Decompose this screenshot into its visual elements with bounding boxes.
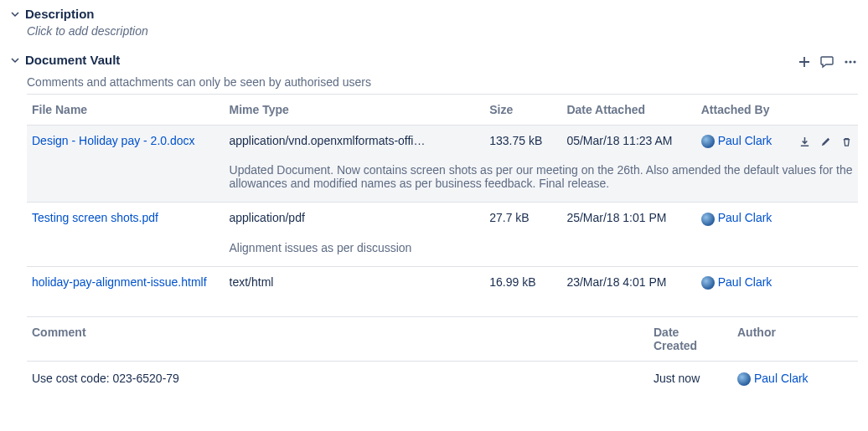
row-note: Updated Document. Now contains screen sh… — [27, 156, 858, 203]
user-link[interactable]: Paul Clark — [754, 372, 809, 385]
avatar — [701, 213, 715, 226]
col-header-size: Size — [484, 95, 561, 126]
document-vault-title: Document Vault — [25, 53, 120, 67]
col-header-date-created: Date Created — [648, 316, 714, 361]
speech-bubble-icon[interactable] — [819, 54, 834, 69]
col-header-user: Attached By — [696, 95, 788, 126]
col-header-comment: Comment — [27, 316, 648, 361]
comment-row: Use cost code: 023-6520-79 Just now Paul… — [27, 361, 858, 396]
svg-point-1 — [849, 60, 851, 63]
size-value: 133.75 kB — [484, 126, 561, 157]
file-link[interactable]: Design - Holiday pay - 2.0.docx — [32, 134, 195, 147]
col-header-file: File Name — [27, 95, 225, 126]
avatar — [701, 135, 715, 148]
description-placeholder[interactable]: Click to add description — [27, 24, 858, 38]
table-row: Testing screen shots.pdf application/pdf… — [27, 203, 858, 234]
size-value: 16.99 kB — [484, 266, 561, 298]
date-value: 25/Mar/18 1:01 PM — [561, 203, 695, 234]
date-value: 23/Mar/18 4:01 PM — [561, 266, 695, 298]
comment-date: Just now — [648, 361, 714, 396]
svg-point-0 — [845, 60, 847, 63]
col-header-author: Author — [732, 316, 858, 361]
authorisation-note: Comments and attachments can only be see… — [27, 75, 858, 89]
table-header: File Name Mime Type Size Date Attached A… — [27, 95, 858, 126]
file-link[interactable]: holiday-pay-alignment-issue.htmlf — [32, 275, 207, 289]
attachments-table: File Name Mime Type Size Date Attached A… — [27, 94, 858, 298]
col-header-date: Date Attached — [561, 95, 695, 126]
trash-icon[interactable] — [840, 136, 853, 148]
comments-header: Comment Date Created Author — [27, 316, 858, 361]
mime-value: application/vnd.openxmlformats-offi… — [225, 126, 485, 157]
mime-value: application/pdf — [225, 203, 485, 234]
table-row: holiday-pay-alignment-issue.htmlf text/h… — [27, 266, 858, 298]
size-value: 27.7 kB — [484, 203, 561, 234]
comments-table: Comment Date Created Author Use cost cod… — [27, 316, 858, 396]
chevron-down-icon[interactable] — [10, 55, 20, 65]
col-header-mime: Mime Type — [225, 95, 485, 126]
table-row: Design - Holiday pay - 2.0.docx applicat… — [27, 126, 858, 157]
row-note: Alignment issues as per discussion — [27, 234, 858, 267]
description-title: Description — [25, 7, 95, 21]
svg-point-2 — [853, 60, 855, 63]
edit-icon[interactable] — [819, 136, 832, 148]
add-icon[interactable] — [798, 55, 811, 69]
more-icon[interactable] — [843, 54, 858, 69]
download-icon[interactable] — [798, 136, 811, 148]
avatar — [701, 276, 715, 290]
comment-text: Use cost code: 023-6520-79 — [27, 361, 648, 396]
chevron-down-icon[interactable] — [10, 9, 20, 19]
mime-value: text/html — [225, 266, 485, 298]
user-link[interactable]: Paul Clark — [718, 211, 772, 224]
file-link[interactable]: Testing screen shots.pdf — [32, 211, 158, 224]
user-link[interactable]: Paul Clark — [718, 275, 772, 289]
date-value: 05/Mar/18 11:23 AM — [561, 126, 695, 157]
user-link[interactable]: Paul Clark — [718, 134, 772, 147]
avatar — [737, 372, 751, 386]
